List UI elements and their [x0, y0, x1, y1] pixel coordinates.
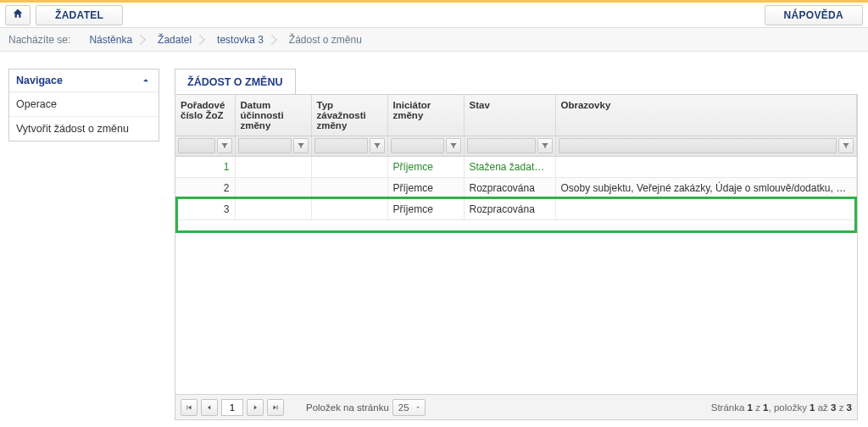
cell-type — [311, 157, 387, 178]
tab-change-request[interactable]: ŽÁDOST O ZMĚNU — [175, 69, 296, 94]
cell-screens: Osoby subjektu, Veřejné zakázky, Údaje o… — [555, 178, 857, 199]
grid-filter-row — [175, 136, 857, 157]
filter-input[interactable] — [178, 138, 215, 153]
cell-state: Rozpracována — [464, 178, 555, 199]
filter-input[interactable] — [467, 138, 536, 153]
tab-strip: ŽÁDOST O ZMĚNU — [175, 69, 858, 94]
filter-input[interactable] — [391, 138, 444, 153]
col-header[interactable]: Typ závažnosti změny — [311, 95, 387, 136]
grid-header-row: Pořadové číslo ŽoZ Datum účinnosti změny… — [175, 95, 857, 136]
pager-prev-button[interactable] — [201, 399, 218, 416]
col-header[interactable]: Pořadové číslo ŽoZ — [175, 95, 235, 136]
pager-items-label: Položek na stránku — [306, 402, 389, 413]
cell-initiator: Příjemce — [387, 157, 464, 178]
filter-icon[interactable] — [293, 138, 309, 153]
cell-num: 2 — [175, 178, 235, 199]
applicant-button[interactable]: ŽADATEL — [36, 5, 123, 25]
cell-initiator: Příjemce — [387, 199, 464, 220]
cell-state: Stažena žadatelem/p... — [464, 157, 555, 178]
help-button[interactable]: NÁPOVĚDA — [765, 5, 863, 25]
cell-num: 3 — [175, 199, 235, 220]
pager-first-button[interactable] — [181, 399, 198, 416]
col-header[interactable]: Iniciátor změny — [387, 95, 464, 136]
breadcrumb-item[interactable]: testovka 3 — [203, 28, 275, 51]
table-row[interactable]: 1PříjemceStažena žadatelem/p... — [175, 157, 857, 178]
cell-type — [311, 178, 387, 199]
table-row[interactable]: 2PříjemceRozpracovánaOsoby subjektu, Veř… — [175, 178, 857, 199]
filter-input[interactable] — [559, 138, 837, 153]
home-button[interactable] — [5, 5, 31, 25]
pager-stats: Stránka 1 z 1, položky 1 až 3 z 3 — [711, 402, 852, 413]
cell-type — [311, 199, 387, 220]
pager-pagesize-dropdown[interactable]: 25 — [392, 399, 426, 416]
grid: Pořadové číslo ŽoZ Datum účinnosti změny… — [175, 94, 858, 420]
col-header[interactable]: Datum účinnosti změny — [235, 95, 311, 136]
breadcrumb-item[interactable]: Nástěnka — [75, 28, 144, 51]
filter-icon[interactable] — [370, 138, 385, 153]
sidebar-panel-header[interactable]: Navigace — [9, 69, 159, 92]
home-icon — [12, 8, 24, 22]
cell-initiator: Příjemce — [387, 178, 464, 199]
pager-last-button[interactable] — [267, 399, 284, 416]
filter-input[interactable] — [238, 138, 292, 153]
cell-date — [235, 157, 311, 178]
top-bar: ŽADATEL NÁPOVĚDA — [0, 3, 868, 28]
content-area: ŽÁDOST O ZMĚNU Pořadové číslo ŽoZ Datum … — [175, 69, 858, 420]
filter-icon[interactable] — [446, 138, 461, 153]
cell-date — [235, 199, 311, 220]
cell-state: Rozpracována — [464, 199, 555, 220]
pager-page-input[interactable] — [221, 399, 243, 416]
pager-pagesize-value: 25 — [398, 402, 409, 413]
chevron-up-icon — [140, 75, 152, 86]
breadcrumb-item[interactable]: Žadatel — [144, 28, 203, 51]
sidebar-title: Navigace — [16, 75, 63, 86]
breadcrumb-item: Žádost o změnu — [275, 28, 374, 51]
cell-num: 1 — [175, 157, 235, 178]
cell-screens — [555, 199, 857, 220]
cell-date — [235, 178, 311, 199]
sidebar: Navigace Operace Vytvořit žádost o změnu — [8, 69, 159, 420]
pager-next-button[interactable] — [247, 399, 264, 416]
col-header[interactable]: Stav — [464, 95, 555, 136]
filter-icon[interactable] — [537, 138, 553, 153]
breadcrumb: Nacházíte se: Nástěnka Žadatel testovka … — [0, 28, 868, 52]
col-header[interactable]: Obrazovky — [555, 95, 857, 136]
sidebar-item-operations[interactable]: Operace — [9, 92, 159, 117]
filter-icon[interactable] — [838, 138, 854, 153]
filter-icon[interactable] — [217, 138, 232, 153]
filter-input[interactable] — [314, 138, 368, 153]
pager: Položek na stránku 25 Stránka 1 z 1, pol… — [175, 394, 857, 419]
breadcrumb-label: Nacházíte se: — [8, 34, 70, 46]
chevron-down-icon — [415, 404, 421, 411]
sidebar-item-create-request[interactable]: Vytvořit žádost o změnu — [9, 117, 159, 141]
cell-screens — [555, 157, 857, 178]
table-row[interactable]: 3PříjemceRozpracována — [175, 199, 857, 220]
